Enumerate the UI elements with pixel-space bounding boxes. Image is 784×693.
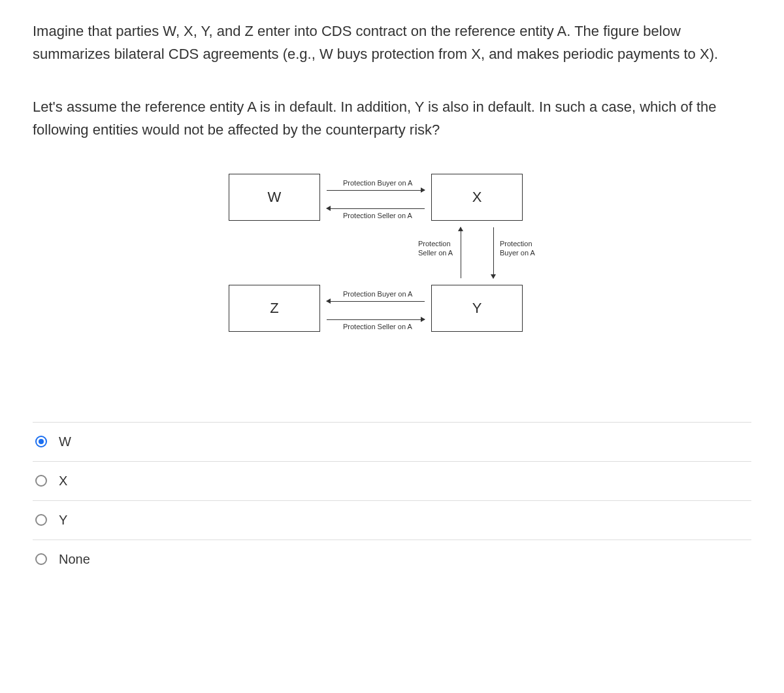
cds-diagram: W X Z Y Protection Buyer on A Protection… bbox=[229, 174, 555, 344]
question-paragraph-2: Let's assume the reference entity A is i… bbox=[33, 95, 751, 141]
label-xy-left: Protection Seller on A bbox=[418, 239, 457, 258]
node-w: W bbox=[229, 174, 320, 221]
radio-icon bbox=[35, 553, 47, 565]
answer-options: W X Y None bbox=[33, 422, 751, 579]
node-y: Y bbox=[431, 285, 523, 332]
option-label: W bbox=[59, 434, 71, 449]
option-label: Y bbox=[59, 513, 67, 528]
arrow-y-to-z bbox=[327, 301, 425, 302]
option-label: None bbox=[59, 552, 90, 567]
label-zy-bottom: Protection Seller on A bbox=[343, 323, 412, 330]
node-x: X bbox=[431, 174, 523, 221]
arrow-z-to-y bbox=[327, 319, 425, 320]
label-xy-right: Protection Buyer on A bbox=[500, 239, 539, 258]
radio-icon bbox=[35, 475, 47, 487]
label-wx-bottom: Protection Seller on A bbox=[343, 212, 412, 219]
radio-icon bbox=[35, 436, 47, 447]
question-paragraph-1: Imagine that parties W, X, Y, and Z ente… bbox=[33, 20, 751, 65]
option-x[interactable]: X bbox=[33, 461, 751, 500]
label-zy-top: Protection Buyer on A bbox=[343, 290, 412, 298]
label-wx-top: Protection Buyer on A bbox=[343, 179, 412, 187]
option-y[interactable]: Y bbox=[33, 500, 751, 540]
question-text: Imagine that parties W, X, Y, and Z ente… bbox=[33, 20, 751, 141]
option-label: X bbox=[59, 474, 67, 489]
arrow-x-to-w bbox=[327, 208, 425, 209]
node-z: Z bbox=[229, 285, 320, 332]
arrow-w-to-x bbox=[327, 190, 425, 191]
arrow-x-to-y bbox=[493, 227, 494, 278]
option-w[interactable]: W bbox=[33, 422, 751, 461]
option-none[interactable]: None bbox=[33, 540, 751, 579]
radio-icon bbox=[35, 514, 47, 526]
diagram-container: W X Z Y Protection Buyer on A Protection… bbox=[33, 174, 751, 344]
arrow-y-to-x bbox=[461, 227, 461, 278]
